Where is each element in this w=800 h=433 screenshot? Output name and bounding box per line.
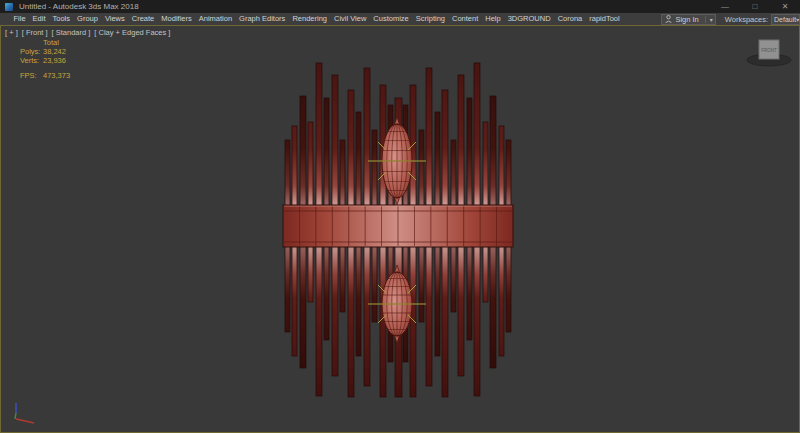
menu-item-rapidtool[interactable]: rapidTool [586,13,623,25]
menu-item-content[interactable]: Content [448,13,481,25]
menu-item-group[interactable]: Group [74,13,102,25]
stats-polys-value: 38,242 [43,47,66,56]
viewport-renderer-menu[interactable]: [ Standard ] [52,28,91,37]
workspaces-label: Workspaces: [725,15,768,24]
menu-item-file[interactable]: File [10,13,29,25]
viewport-front[interactable]: [ + ] [ Front ] [ Standard ] [ Clay + Ed… [0,25,800,433]
menu-item-tools[interactable]: Tools [49,13,74,25]
menu-item-views[interactable]: Views [101,13,128,25]
viewport-label: [ + ] [ Front ] [ Standard ] [ Clay + Ed… [5,28,170,37]
stats-total-label: Total [43,38,59,47]
sign-in-dropdown-arrow[interactable]: ▾ [705,16,713,23]
sign-in-button[interactable]: Sign In ▾ [661,14,715,25]
viewport-shading-menu[interactable]: [ Clay + Edged Faces ] [94,28,170,37]
menu-bar: FileEditToolsGroupViewsCreateModifiersAn… [0,13,800,25]
stats-verts-value: 23,936 [43,56,66,65]
viewcube[interactable]: FRONT [745,33,793,73]
workspaces-selected-value: Default [774,16,796,23]
stats-fps-value: 473,373 [43,71,70,80]
viewport-pov-menu[interactable]: [ Front ] [22,28,48,37]
user-icon [665,15,672,23]
workspaces-dropdown[interactable]: Default ▾ [771,14,800,25]
viewcube-face-label: FRONT [761,48,777,53]
statistics-overlay: Total Polys:38,242 Verts:23,936 FPS:473,… [20,38,70,80]
stats-fps-row: FPS:473,373 [20,71,70,80]
stats-total-row: Total [20,38,70,47]
viewport-render-chandelier-model[interactable] [1,26,799,432]
maximize-button[interactable]: □ [740,0,770,13]
stats-fps-label: FPS: [20,71,43,80]
3dsmax-app-icon [5,3,13,11]
menu-item-create[interactable]: Create [128,13,158,25]
workspaces-dropdown-arrow: ▾ [796,16,799,23]
minimize-button[interactable]: — [710,0,740,13]
stats-verts-label: Verts: [20,56,43,65]
menu-item-graph-editors[interactable]: Graph Editors [236,13,289,25]
window-title: Untitled - Autodesk 3ds Max 2018 [19,2,139,11]
menu-item-modifiers[interactable]: Modifiers [158,13,195,25]
menu-item-civil-view[interactable]: Civil View [330,13,369,25]
viewport-general-menu[interactable]: [ + ] [5,28,18,37]
close-button[interactable]: ✕ [770,0,800,13]
menu-item-customize[interactable]: Customize [370,13,412,25]
main-menu: FileEditToolsGroupViewsCreateModifiersAn… [10,13,623,25]
menu-item-animation[interactable]: Animation [195,13,235,25]
stats-polys-label: Polys: [20,47,43,56]
menu-item-rendering[interactable]: Rendering [289,13,331,25]
title-bar: Untitled - Autodesk 3ds Max 2018 — □ ✕ [0,0,800,13]
world-axis-icon [8,400,42,428]
menu-item-3dground[interactable]: 3DGROUND [504,13,554,25]
menu-item-help[interactable]: Help [482,13,504,25]
menu-item-scripting[interactable]: Scripting [412,13,448,25]
menu-item-edit[interactable]: Edit [29,13,49,25]
stats-verts-row: Verts:23,936 [20,56,70,65]
stats-polys-row: Polys:38,242 [20,47,70,56]
sign-in-label: Sign In [675,15,698,24]
menu-item-corona[interactable]: Corona [554,13,586,25]
window-controls: — □ ✕ [710,0,800,13]
app-window: Untitled - Autodesk 3ds Max 2018 — □ ✕ F… [0,0,800,433]
